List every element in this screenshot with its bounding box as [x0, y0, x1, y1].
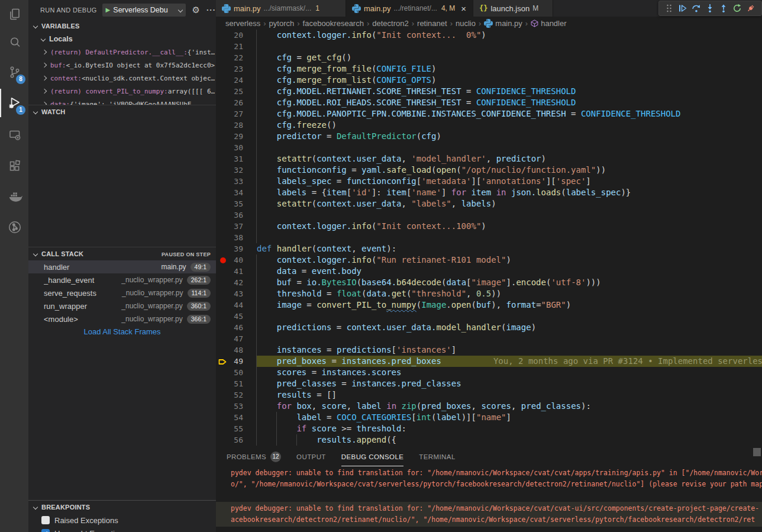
breakpoint-raised-exceptions[interactable]: Raised Exceptions	[28, 514, 216, 527]
activity-source-control[interactable]: 8	[0, 58, 28, 86]
breakpoints-header[interactable]: BREAKPOINTS	[28, 501, 216, 514]
code-line[interactable]: 44 image = convert_PIL_to_numpy(Image.op…	[216, 299, 762, 311]
code-line[interactable]: 30	[216, 142, 762, 153]
code-line[interactable]: 51 pred_classes = instances.pred_classes	[216, 378, 762, 389]
code-line[interactable]: 43 threshold = float(data.get("threshold…	[216, 288, 762, 299]
tab-launch-json[interactable]: {} launch.json M	[473, 0, 553, 17]
console-message-block[interactable]: pydev debugger: unable to find translati…	[216, 466, 762, 491]
activity-explorer[interactable]	[0, 0, 28, 28]
tab-output[interactable]: OUTPUT	[296, 447, 326, 466]
breadcrumb-item[interactable]: nuclio	[456, 19, 476, 28]
code-line[interactable]: 24 cfg.merge_from_list(CONFIG_OPTS)	[216, 75, 762, 86]
breadcrumb-item[interactable]: facebookresearch	[303, 19, 364, 28]
code-token: >=	[337, 424, 357, 433]
console-message-block[interactable]: pydev debugger: unable to find translati…	[216, 502, 762, 527]
code-line[interactable]: 27 cfg.MODEL.PANOPTIC_FPN.COMBINE.INSTAN…	[216, 108, 762, 120]
code-line[interactable]: 33 labels_spec = functionconfig['metadat…	[216, 176, 762, 187]
breadcrumb-item[interactable]: detectron2	[372, 19, 408, 28]
code-line[interactable]: 40 context.logger.info("Run retinanet-R1…	[216, 254, 762, 266]
activity-extensions[interactable]	[0, 151, 28, 180]
variable-row[interactable]: context: <nuclio_sdk.context.Context obj…	[28, 72, 216, 85]
breadcrumb-item[interactable]: retinanet	[417, 19, 447, 28]
load-all-stack-frames-link[interactable]: Load All Stack Frames	[28, 325, 216, 338]
toolbar-drag-handle[interactable]	[662, 2, 676, 15]
tab-debug-console[interactable]: DEBUG CONSOLE	[341, 447, 404, 466]
code-line[interactable]: 23 cfg.merge_from_file(CONFIG_FILE)	[216, 63, 762, 75]
call-stack-section: CALL STACK PAUSED ON STEP handlermain.py…	[28, 247, 216, 338]
step-into-button[interactable]	[703, 2, 716, 15]
watch-header[interactable]: WATCH	[28, 105, 216, 118]
code-line[interactable]: 20 context.logger.info("Init context... …	[216, 30, 762, 41]
tab-terminal[interactable]: TERMINAL	[419, 447, 455, 466]
code-line[interactable]: 41 data = event.body	[216, 266, 762, 277]
tab-main-py-retinanet[interactable]: main.py .../retinanet/... 4, M ×	[346, 0, 473, 17]
locals-scope[interactable]: Locals	[28, 33, 216, 46]
disconnect-button[interactable]	[744, 2, 757, 15]
code-line[interactable]: 35 setattr(context.user_data, "labels", …	[216, 198, 762, 209]
code-line[interactable]: 34 labels = {item['id']: item['name'] fo…	[216, 187, 762, 198]
breadcrumb-item[interactable]: main.py	[484, 19, 522, 28]
code-line[interactable]: 37 context.logger.info("Init context...1…	[216, 221, 762, 232]
code-line[interactable]: 52 results = []	[216, 389, 762, 401]
call-stack-frame[interactable]: serve_requests_nuclio_wrapper.py114:1	[28, 286, 216, 299]
tab-main-py-siammask[interactable]: main.py .../siammask/... 1	[216, 0, 346, 17]
variable-row[interactable]: buf: <_io.BytesIO object at 0x7f5a2dc1ec…	[28, 59, 216, 72]
call-stack-frame[interactable]: run_wrapper_nuclio_wrapper.py360:1	[28, 299, 216, 312]
code-line[interactable]: 54 label = COCO_CATEGORIES[int(label)]["…	[216, 412, 762, 423]
panel-scrollbar-thumb[interactable]	[753, 448, 761, 456]
code-line[interactable]: 25 cfg.MODEL.RETINANET.SCORE_THRESH_TEST…	[216, 86, 762, 97]
checkbox-unchecked[interactable]	[41, 516, 50, 524]
checkbox-checked[interactable]: ✓	[41, 529, 50, 532]
code-editor[interactable]: 20 context.logger.info("Init context... …	[216, 30, 762, 447]
code-line[interactable]: 32 functionconfig = yaml.safe_load(open(…	[216, 165, 762, 176]
code-line[interactable]: 38	[216, 232, 762, 243]
call-stack-frame[interactable]: <module>_nuclio_wrapper.py366:1	[28, 312, 216, 325]
code-line[interactable]: 29 predictor = DefaultPredictor(cfg)	[216, 131, 762, 142]
code-line[interactable]: 53 for box, score, label in zip(pred_box…	[216, 401, 762, 412]
activity-remote-explorer[interactable]	[0, 121, 28, 149]
code-line[interactable]: 21	[216, 41, 762, 52]
activity-search[interactable]	[0, 28, 28, 57]
code-line[interactable]: 28 cfg.freeze()	[216, 120, 762, 131]
code-token: "BGR"	[541, 300, 566, 309]
code-line[interactable]: 49 pred_boxes = instances.pred_boxesYou,…	[216, 356, 762, 367]
code-line[interactable]: 56 results.append({	[216, 434, 762, 446]
breakpoint-dot[interactable]	[220, 257, 226, 263]
restart-button[interactable]	[730, 2, 744, 15]
variable-row[interactable]: (return) convert_PIL_to_numpy: array([[[…	[28, 85, 216, 98]
code-line[interactable]: 26 cfg.MODEL.ROI_HEADS.SCORE_THRESH_TEST…	[216, 97, 762, 108]
code-line[interactable]: 39def handler(context, event):	[216, 243, 762, 254]
breadcrumb-item[interactable]: pytorch	[269, 19, 295, 28]
breadcrumb-item[interactable]: serverless	[225, 19, 260, 28]
activity-docker[interactable]	[0, 182, 28, 211]
variables-header[interactable]: VARIABLES	[28, 20, 216, 33]
breadcrumb-item[interactable]: handler	[531, 19, 566, 28]
launch-config-dropdown[interactable]: ▶ Serverless Debu	[102, 4, 186, 17]
variable-row[interactable]: data: {'image': 'iVBORw0KGgoAAAANSUhE…	[28, 98, 216, 105]
close-icon[interactable]: ×	[461, 4, 466, 14]
code-line[interactable]: 50 scores = instances.scores	[216, 367, 762, 378]
call-stack-frame[interactable]: _handle_event_nuclio_wrapper.py262:1	[28, 273, 216, 286]
activity-run-debug[interactable]: 1	[0, 89, 28, 117]
code-line[interactable]: 22 cfg = get_cfg()	[216, 52, 762, 63]
variable-row[interactable]: (return) DefaultPredictor.__call__: {'in…	[28, 46, 216, 59]
call-stack-frame[interactable]: handlermain.py49:1	[28, 260, 216, 273]
code-line[interactable]: 36	[216, 209, 762, 221]
code-line[interactable]: 48 instances = predictions['instances']	[216, 344, 762, 356]
code-line[interactable]: 31 setattr(context.user_data, 'model_han…	[216, 153, 762, 165]
gutter-glyph-margin	[216, 277, 231, 288]
more-actions-icon[interactable]: ···	[206, 5, 216, 14]
code-line[interactable]: 55 if score >= threshold:	[216, 423, 762, 434]
start-debug-icon[interactable]: ▶	[106, 7, 111, 13]
code-line[interactable]: 46 predictions = context.user_data.model…	[216, 322, 762, 333]
code-line[interactable]: 45	[216, 311, 762, 322]
continue-button[interactable]	[676, 2, 689, 15]
step-over-button[interactable]	[689, 2, 703, 15]
code-line[interactable]: 47	[216, 333, 762, 344]
code-line[interactable]: 42 buf = io.BytesIO(base64.b64decode(dat…	[216, 277, 762, 288]
activity-git-graph[interactable]	[0, 213, 28, 241]
gear-icon[interactable]: ⚙	[192, 5, 200, 14]
tab-problems[interactable]: PROBLEMS 12	[227, 447, 281, 466]
step-out-button[interactable]	[716, 2, 730, 15]
breakpoint-uncaught-exceptions[interactable]: ✓ Uncaught Exceptions	[28, 527, 216, 532]
